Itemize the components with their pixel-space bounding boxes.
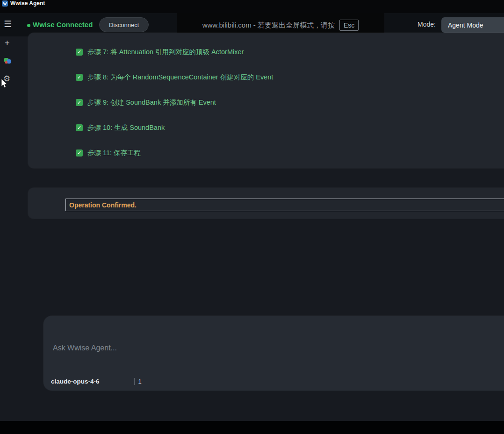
gear-icon[interactable]: ⚙ [3, 74, 10, 84]
hamburger-menu-icon[interactable]: ☰ [4, 19, 12, 30]
checked-checkbox-icon: ✓ [76, 149, 83, 157]
media-library-icon[interactable] [4, 57, 11, 64]
disconnect-button-label: Disconnect [109, 21, 139, 28]
confirmation-box: Operation Confirmed. [65, 199, 504, 211]
connection-status-dot [27, 24, 30, 27]
app-logo-icon [2, 0, 8, 7]
disconnect-button[interactable]: Disconnect [99, 17, 149, 32]
step-label: 步骤 10: 生成 SoundBank [87, 123, 165, 132]
checked-checkbox-icon: ✓ [76, 74, 83, 81]
checked-checkbox-icon: ✓ [76, 124, 83, 131]
step-label: 步骤 8: 为每个 RandomSequenceContainer 创建对应的 … [87, 73, 273, 82]
step-item: ✓ 步骤 10: 生成 SoundBank [76, 115, 504, 140]
checked-checkbox-icon: ✓ [76, 49, 83, 56]
composer-footer: claude-opus-4-6 1 [51, 378, 142, 385]
chat-composer: claude-opus-4-6 1 [43, 316, 504, 391]
step-item: ✓ 步骤 11: 保存工程 [76, 140, 504, 165]
confirmation-message: Operation Confirmed. [69, 201, 137, 209]
step-label: 步骤 11: 保存工程 [87, 149, 141, 157]
step-label: 步骤 7: 将 Attenuation 引用到对应的顶级 ActorMixer [87, 48, 244, 57]
window-title: Wwise Agent [10, 0, 45, 7]
fullscreen-notice-text: www.bilibili.com - 若要退出全屏模式，请按 [202, 21, 335, 30]
mode-select-value: Agent Mode [448, 21, 483, 29]
step-item: ✓ 步骤 7: 将 Attenuation 引用到对应的顶级 ActorMixe… [76, 39, 504, 64]
agent-steps-card: ✓ 步骤 7: 将 Attenuation 引用到对应的顶级 ActorMixe… [28, 33, 504, 168]
confirmation-card: Operation Confirmed. [28, 188, 504, 219]
chat-input[interactable] [53, 340, 474, 363]
add-button[interactable]: + [5, 38, 10, 48]
context-count: 1 [134, 378, 142, 385]
mode-select[interactable]: Agent Mode [441, 17, 504, 33]
step-item: ✓ 步骤 9: 创建 SoundBank 并添加所有 Event [76, 90, 504, 115]
bottom-bar [0, 421, 504, 434]
step-label: 步骤 9: 创建 SoundBank 并添加所有 Event [87, 98, 216, 107]
mode-label: Mode: [418, 21, 436, 28]
model-selector[interactable]: claude-opus-4-6 [51, 378, 100, 385]
step-item: ✓ 步骤 8: 为每个 RandomSequenceContainer 创建对应… [76, 64, 504, 90]
checked-checkbox-icon: ✓ [76, 99, 83, 106]
app-window: Wwise Agent ☰ Wwise Connected Disconnect… [0, 0, 504, 434]
window-title-bar: Wwise Agent [0, 0, 504, 13]
connection-status-text: Wwise Connected [33, 21, 93, 28]
esc-key-badge: Esc [339, 20, 359, 31]
